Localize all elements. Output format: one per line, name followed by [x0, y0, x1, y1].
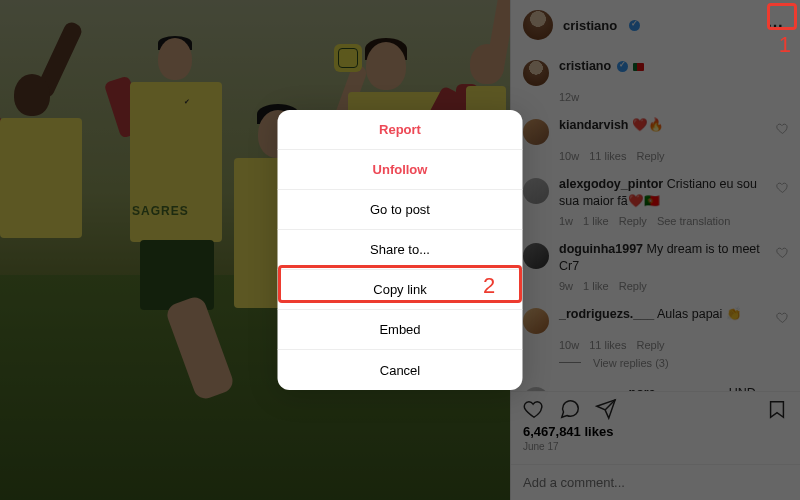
modal-item-share-to[interactable]: Share to...: [278, 230, 523, 270]
app-root: SAGRES ✔ ✔: [0, 0, 800, 500]
modal-item-unfollow[interactable]: Unfollow: [278, 150, 523, 190]
modal-item-embed[interactable]: Embed: [278, 310, 523, 350]
modal-item-cancel[interactable]: Cancel: [278, 350, 523, 390]
modal-item-copy-link[interactable]: Copy link: [278, 270, 523, 310]
options-modal: ReportUnfollowGo to postShare to...Copy …: [278, 110, 523, 390]
modal-item-go-to-post[interactable]: Go to post: [278, 190, 523, 230]
modal-item-report[interactable]: Report: [278, 110, 523, 150]
